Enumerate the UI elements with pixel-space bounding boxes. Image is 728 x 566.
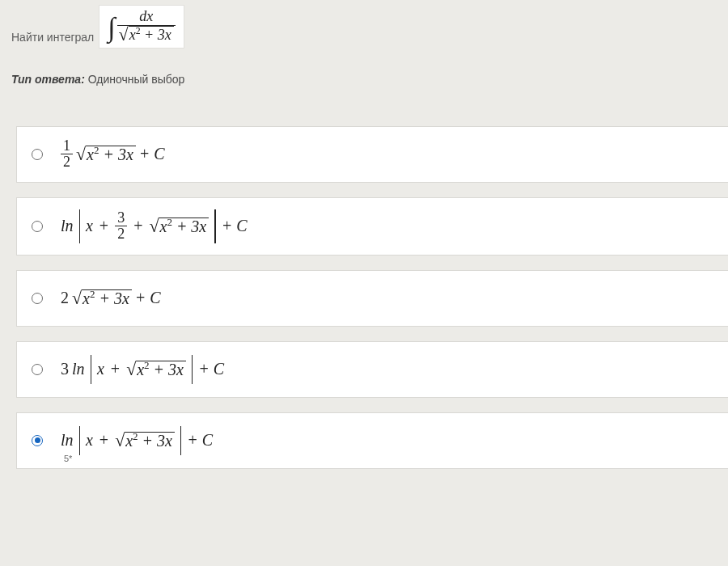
three-halves-fraction: 3 2 (115, 210, 127, 242)
question-row: Найти интеграл ∫ dx √ x2 + 3x (0, 5, 728, 49)
integral-sign-icon: ∫ (108, 14, 116, 41)
sqrt-icon: √ (149, 219, 159, 234)
integrand-denom: √ x2 + 3x (117, 25, 176, 43)
const-c: + C (222, 217, 248, 235)
rad-tail: + 3x (99, 289, 129, 307)
sqrt-body: x2 + 3x (86, 146, 136, 163)
answer-type-row: Тип ответа: Одиночный выбор (0, 49, 728, 86)
sqrt-icon: √ (72, 291, 82, 306)
abs-bar-icon (180, 426, 181, 455)
sqrt-body: x2 + 3x (136, 361, 186, 378)
rad-tail: + 3x (176, 218, 206, 235)
sqrt-body: x2 + 3x (159, 218, 209, 234)
const-c: + C (135, 289, 161, 307)
question-prefix: Найти интеграл (11, 31, 94, 49)
sqrt-wrap: √ x2 + 3x (76, 146, 136, 163)
sqrt-wrap: √ x2 + 3x (126, 361, 186, 378)
answer-type-label: Тип ответа: (11, 73, 85, 86)
frac-den: 2 (115, 226, 127, 242)
x-var: x (86, 217, 93, 235)
option-3[interactable]: 2 √ x2 + 3x + C (16, 270, 728, 327)
option-2[interactable]: ln x + 3 2 + √ x2 + 3x + C (16, 197, 728, 256)
option-2-expression: ln x + 3 2 + √ x2 + 3x + C (61, 209, 247, 243)
option-5[interactable]: ln x + √ x2 + 3x + C 5* (16, 412, 728, 469)
sqrt-body: x2 + 3x (129, 26, 174, 43)
integral-expression: ∫ dx √ x2 + 3x (99, 5, 184, 49)
coef-2: 2 (61, 289, 69, 307)
x-var: x (86, 431, 93, 450)
radio-4[interactable] (32, 364, 43, 375)
option-5-expression: ln x + √ x2 + 3x + C (61, 426, 213, 455)
rad-var: x (83, 289, 90, 307)
sqrt-body: x2 + 3x (125, 432, 175, 449)
rad-var: x (125, 432, 133, 450)
sqrt-wrap: √ x2 + 3x (72, 289, 132, 306)
plus-sign: + (130, 217, 146, 235)
abs-bar-icon (79, 209, 80, 243)
rad-exp: 2 (167, 217, 172, 229)
rad-tail: + 3x (103, 146, 133, 163)
radio-2[interactable] (32, 221, 43, 232)
coef-3: 3 (61, 360, 69, 378)
plus-sign: + (108, 360, 123, 378)
rad-var: x (129, 27, 136, 43)
ln-label: ln (61, 431, 74, 450)
radio-1[interactable] (32, 149, 43, 160)
rad-var: x (137, 361, 144, 378)
option-1[interactable]: 1 2 √ x2 + 3x + C (16, 126, 728, 183)
option-3-expression: 2 √ x2 + 3x + C (61, 289, 161, 307)
ln-label: ln (61, 217, 74, 235)
plus-sign: + (96, 431, 112, 450)
radio-3[interactable] (32, 293, 43, 304)
rad-tail: + 3x (154, 361, 184, 378)
x-var: x (97, 360, 104, 378)
const-c: + C (198, 360, 224, 378)
quiz-page: Найти интеграл ∫ dx √ x2 + 3x Тип ответа… (0, 5, 728, 469)
sqrt-icon: √ (119, 27, 129, 42)
integrand-fraction: dx √ x2 + 3x (117, 9, 176, 43)
radio-5[interactable] (32, 435, 43, 446)
abs-bar-icon (214, 209, 215, 243)
rad-exp: 2 (144, 360, 150, 372)
options-list: 1 2 √ x2 + 3x + C ln x + (0, 126, 728, 469)
frac-num: 3 (115, 210, 127, 226)
rad-tail: + 3x (144, 27, 171, 43)
rad-exp: 2 (94, 145, 99, 157)
rad-exp: 2 (90, 289, 95, 301)
rad-tail: + 3x (142, 432, 172, 450)
sqrt-wrap: √ x2 + 3x (115, 432, 175, 449)
sqrt-wrap: √ x2 + 3x (149, 218, 209, 234)
sqrt-icon: √ (126, 362, 136, 377)
rad-exp: 2 (136, 26, 141, 36)
option-5-footnote: 5* (64, 454, 72, 463)
half-fraction: 1 2 (61, 138, 73, 170)
const-c: + C (139, 145, 165, 163)
rad-var: x (87, 146, 94, 163)
integrand-numer: dx (138, 9, 154, 25)
option-4[interactable]: 3 ln x + √ x2 + 3x + C (16, 341, 728, 398)
sqrt-icon: √ (115, 433, 125, 448)
option-1-expression: 1 2 √ x2 + 3x + C (61, 138, 165, 170)
rad-exp: 2 (133, 431, 138, 443)
plus-sign: + (96, 217, 112, 235)
sqrt-body: x2 + 3x (82, 289, 132, 306)
abs-bar-icon (192, 355, 193, 384)
frac-den: 2 (61, 154, 73, 170)
frac-num: 1 (61, 138, 73, 154)
abs-bar-icon (79, 426, 80, 455)
abs-bar-icon (91, 355, 91, 384)
ln-label: ln (72, 360, 85, 378)
sqrt-wrap: √ x2 + 3x (119, 26, 174, 43)
answer-type-value: Одиночный выбор (88, 73, 185, 86)
option-4-expression: 3 ln x + √ x2 + 3x + C (61, 355, 224, 384)
const-c: + C (187, 431, 213, 450)
sqrt-icon: √ (76, 147, 86, 162)
